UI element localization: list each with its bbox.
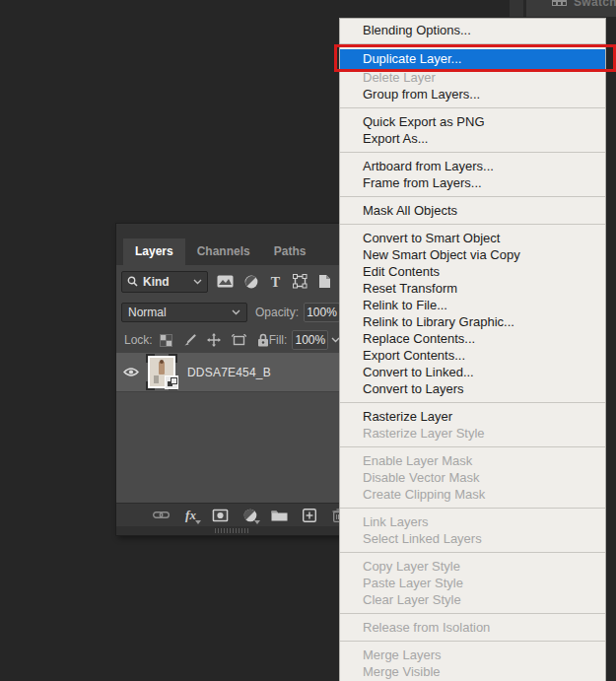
menu-separator [340, 613, 605, 614]
lock-icons [160, 333, 269, 347]
menu-separator [340, 43, 605, 44]
menu-item-edit-contents[interactable]: Edit Contents [340, 263, 605, 280]
menu-item-select-linked-layers: Select Linked Layers [340, 530, 605, 547]
menu-item-artboard-from-layers[interactable]: Artboard from Layers... [340, 158, 605, 174]
menu-item-clear-layer-style: Clear Layer Style [340, 591, 605, 608]
menu-item-export-contents[interactable]: Export Contents... [340, 347, 605, 364]
add-layer-mask-icon[interactable] [212, 507, 229, 523]
menu-item-delete-layer: Delete Layer [340, 69, 605, 86]
smart-object-filter-icon[interactable] [318, 274, 331, 289]
menu-separator [340, 641, 605, 642]
menu-item-merge-visible: Merge Visible [340, 663, 605, 680]
shape-layer-filter-icon[interactable] [293, 274, 308, 289]
menu-separator [340, 508, 605, 509]
layer-style-fx-icon[interactable]: fx [182, 507, 199, 523]
eye-icon [123, 367, 139, 377]
smart-object-badge-icon [165, 375, 178, 389]
link-layers-icon[interactable] [153, 507, 170, 523]
layer-visibility-toggle[interactable] [116, 367, 146, 377]
blend-mode-row: Normal Opacity: 100% [116, 298, 347, 327]
menu-separator [340, 446, 605, 447]
menu-separator [340, 402, 605, 403]
swatches-grid-icon [552, 0, 567, 7]
menu-item-blending-options[interactable]: Blending Options... [340, 22, 605, 38]
panel-resize-handle[interactable] [116, 526, 347, 535]
layer-row[interactable]: DDSA7E454_B [116, 353, 347, 392]
menu-item-replace-contents[interactable]: Replace Contents... [340, 330, 605, 347]
menu-item-release-from-isolation: Release from Isolation [340, 619, 605, 636]
new-layer-icon[interactable] [301, 507, 317, 523]
menu-item-reset-transform[interactable]: Reset Transform [340, 280, 605, 297]
menu-item-frame-from-layers[interactable]: Frame from Layers... [340, 174, 605, 191]
menu-item-group-from-layers[interactable]: Group from Layers... [340, 86, 605, 102]
tab-channels[interactable]: Channels [185, 238, 262, 265]
fill-label: Fill: [269, 333, 288, 347]
layer-context-menu: Blending Options...Duplicate Layer...Del… [339, 18, 606, 681]
annotation-box [334, 44, 616, 72]
swatches-panel-tab[interactable]: Swatches [526, 0, 616, 17]
menu-separator [340, 152, 605, 153]
adjustment-layer-icon[interactable] [241, 507, 258, 523]
menu-separator [340, 107, 605, 108]
opacity-input[interactable]: 100% [304, 303, 340, 322]
swatches-tab-label: Swatches [574, 0, 616, 9]
layer-thumbnail[interactable] [146, 355, 179, 390]
filter-kind-label: Kind [143, 275, 188, 289]
menu-item-create-clipping-mask: Create Clipping Mask [340, 486, 605, 503]
opacity-label: Opacity: [255, 306, 299, 319]
menu-item-rasterize-layer-style: Rasterize Layer Style [340, 425, 605, 442]
panel-tab-bar: Layers Channels Paths [116, 238, 347, 265]
menu-item-export-as[interactable]: Export As... [340, 130, 605, 147]
layers-panel: Layers Channels Paths Kind T [116, 224, 347, 535]
lock-transparency-icon[interactable] [160, 334, 172, 347]
menu-separator [340, 196, 605, 197]
menu-item-copy-layer-style: Copy Layer Style [340, 558, 605, 575]
svg-text:T: T [271, 275, 281, 288]
filter-type-icons: T [217, 274, 342, 289]
search-icon [127, 276, 138, 287]
fill-input[interactable]: 100% [292, 330, 328, 350]
menu-separator [340, 552, 605, 553]
chevron-down-icon [232, 309, 240, 315]
menu-item-new-smart-object-via-copy[interactable]: New Smart Object via Copy [340, 246, 605, 263]
menu-separator [340, 224, 605, 225]
menu-item-rasterize-layer[interactable]: Rasterize Layer [340, 408, 605, 425]
filter-kind-dropdown[interactable]: Kind [121, 271, 208, 293]
chevron-down-icon [193, 279, 202, 285]
menu-item-enable-layer-mask: Enable Layer Mask [340, 452, 605, 469]
lock-all-icon[interactable] [257, 333, 269, 347]
menu-item-merge-layers: Merge Layers [340, 647, 605, 663]
lock-label: Lock: [124, 333, 153, 347]
menu-item-convert-to-layers[interactable]: Convert to Layers [340, 380, 605, 397]
menu-item-quick-export-as-png[interactable]: Quick Export as PNG [340, 113, 605, 130]
menu-item-link-layers: Link Layers [340, 513, 605, 530]
lock-paint-icon[interactable] [183, 334, 196, 347]
tab-paths[interactable]: Paths [262, 238, 318, 265]
lock-artboard-icon[interactable] [232, 334, 246, 347]
layers-list: DDSA7E454_B [116, 353, 347, 503]
pixel-layer-filter-icon[interactable] [217, 275, 234, 288]
right-panel-column: Swatches [510, 0, 616, 17]
blend-mode-dropdown[interactable]: Normal [121, 303, 247, 322]
grip-dots-icon [215, 528, 248, 533]
menu-item-mask-all-objects[interactable]: Mask All Objects [340, 202, 605, 219]
panel-header-bar [116, 224, 347, 238]
lock-move-icon[interactable] [207, 333, 221, 347]
menu-item-disable-vector-mask: Disable Vector Mask [340, 469, 605, 486]
menu-item-paste-layer-style: Paste Layer Style [340, 575, 605, 591]
layers-panel-bottom-bar: fx [116, 503, 347, 526]
blend-mode-value: Normal [128, 306, 232, 319]
adjustment-layer-filter-icon[interactable] [244, 275, 258, 289]
menu-item-convert-to-linked[interactable]: Convert to Linked... [340, 364, 605, 380]
type-layer-filter-icon[interactable]: T [269, 275, 282, 288]
lock-row: Lock: Fill: 100% [116, 327, 347, 353]
tab-layers[interactable]: Layers [123, 238, 185, 265]
menu-item-relink-to-file[interactable]: Relink to File... [340, 297, 605, 313]
menu-item-duplicate-layer[interactable]: Duplicate Layer... [340, 49, 605, 69]
menu-item-relink-to-library-graphic[interactable]: Relink to Library Graphic... [340, 313, 605, 330]
layer-filter-row: Kind T [116, 265, 347, 298]
layer-name[interactable]: DDSA7E454_B [187, 366, 271, 379]
menu-item-convert-to-smart-object[interactable]: Convert to Smart Object [340, 230, 605, 246]
group-folder-icon[interactable] [271, 507, 288, 523]
